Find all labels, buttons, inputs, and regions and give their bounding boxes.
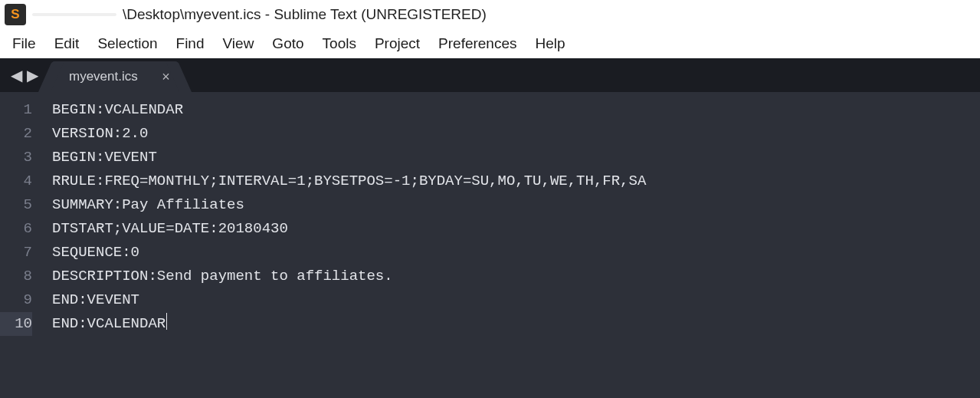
text-caret — [166, 313, 167, 330]
line-number: 9 — [0, 288, 32, 312]
menu-goto[interactable]: Goto — [263, 32, 313, 55]
menubar: File Edit Selection Find View Goto Tools… — [0, 29, 980, 58]
line-number: 10 — [0, 312, 32, 336]
line-number: 6 — [0, 217, 32, 241]
tab-close-icon[interactable]: × — [160, 67, 172, 87]
line-number: 1 — [0, 98, 32, 122]
tab-nav-next-icon[interactable]: ▶ — [27, 66, 38, 84]
window-title: \Desktop\myevent.ics - Sublime Text (UNR… — [123, 6, 487, 23]
line-number: 5 — [0, 193, 32, 217]
tab-myevent[interactable]: myevent.ics × — [51, 61, 179, 92]
menu-preferences[interactable]: Preferences — [429, 32, 526, 55]
titlebar: S \Desktop\myevent.ics - Sublime Text (U… — [0, 0, 980, 29]
code-line[interactable]: DESCRIPTION:Send payment to affiliates. — [52, 265, 980, 288]
line-number: 3 — [0, 146, 32, 169]
code-line[interactable]: DTSTART;VALUE=DATE:20180430 — [52, 217, 980, 241]
editor-wrap: ◀ ▶ myevent.ics × 12345678910 BEGIN:VCAL… — [0, 58, 980, 398]
code-line[interactable]: BEGIN:VEVENT — [52, 146, 980, 169]
titlebar-path-obscured — [32, 13, 116, 16]
app-icon: S — [5, 4, 26, 25]
menu-edit[interactable]: Edit — [45, 32, 89, 55]
tabbar: ◀ ▶ myevent.ics × — [0, 58, 980, 92]
code[interactable]: BEGIN:VCALENDARVERSION:2.0BEGIN:VEVENTRR… — [52, 98, 980, 398]
tab-label: myevent.ics — [69, 69, 138, 84]
code-line[interactable]: BEGIN:VCALENDAR — [52, 98, 980, 122]
code-line[interactable]: END:VEVENT — [52, 288, 980, 312]
code-line[interactable]: VERSION:2.0 — [52, 122, 980, 146]
menu-help[interactable]: Help — [526, 32, 575, 55]
menu-tools[interactable]: Tools — [313, 32, 365, 55]
menu-selection[interactable]: Selection — [88, 32, 166, 55]
menu-view[interactable]: View — [214, 32, 264, 55]
code-line[interactable]: SUMMARY:Pay Affiliates — [52, 193, 980, 217]
editor-area[interactable]: 12345678910 BEGIN:VCALENDARVERSION:2.0BE… — [0, 92, 980, 398]
code-line[interactable]: RRULE:FREQ=MONTHLY;INTERVAL=1;BYSETPOS=-… — [52, 169, 980, 193]
line-number: 2 — [0, 122, 32, 146]
menu-find[interactable]: Find — [167, 32, 214, 55]
line-number: 7 — [0, 241, 32, 265]
menu-file[interactable]: File — [3, 32, 45, 55]
line-number: 4 — [0, 169, 32, 193]
menu-project[interactable]: Project — [365, 32, 429, 55]
line-number: 8 — [0, 265, 32, 288]
gutter: 12345678910 — [0, 98, 52, 398]
code-line[interactable]: END:VCALENDAR — [52, 312, 980, 336]
tab-nav-prev-icon[interactable]: ◀ — [11, 66, 22, 84]
code-line[interactable]: SEQUENCE:0 — [52, 241, 980, 265]
